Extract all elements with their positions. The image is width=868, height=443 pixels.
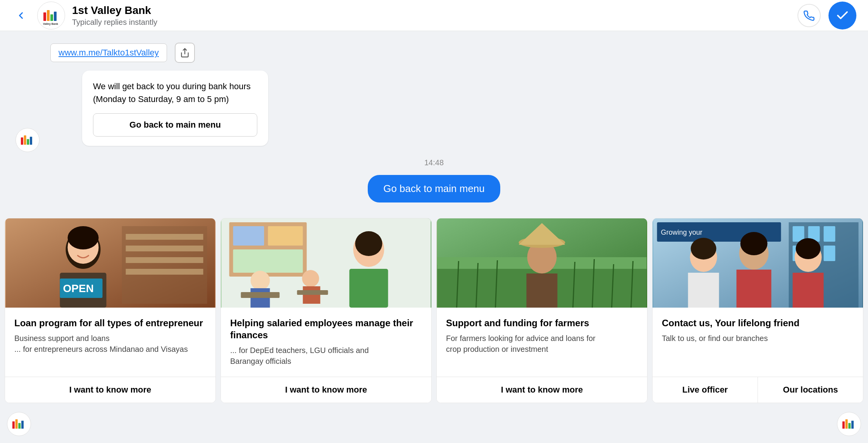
card-farmer-title: Support and funding for farmers	[446, 317, 638, 329]
svg-rect-9	[24, 135, 26, 145]
svg-rect-74	[16, 419, 18, 429]
phone-button[interactable]	[797, 4, 821, 27]
bot-message-bubble: We will get back to you during bank hour…	[82, 71, 268, 146]
card-salaried-actions: I want to know more	[221, 377, 431, 403]
options-button[interactable]	[828, 2, 856, 29]
svg-rect-71	[793, 273, 824, 308]
card-salaried-desc: ... for DepEd teachers, LGU officials an…	[230, 345, 422, 367]
svg-rect-80	[848, 423, 851, 429]
svg-text:Valley Bank: Valley Bank	[43, 22, 58, 26]
card-contact-actions: Live officer Our locations	[653, 377, 863, 403]
card-contact-image: Growing your	[653, 218, 863, 308]
svg-rect-2	[47, 10, 50, 21]
svg-rect-29	[233, 249, 303, 273]
card-contact-desc: Talk to us, or find our branches	[662, 333, 854, 344]
svg-rect-81	[851, 421, 854, 429]
svg-rect-68	[737, 270, 772, 308]
bottom-avatar-right	[837, 412, 861, 436]
card-farmer-image	[437, 218, 647, 308]
card-salaried-title: Helping salaried employees manage their …	[230, 317, 422, 341]
bot-message-text: We will get back to you during bank hour…	[93, 81, 251, 104]
card-entrepreneur-image: OPEN	[5, 218, 215, 308]
live-officer-button[interactable]: Live officer	[653, 377, 758, 403]
svg-rect-32	[350, 269, 388, 308]
svg-rect-38	[297, 290, 328, 295]
svg-rect-4	[54, 12, 57, 21]
bank-name: 1st Valley Bank	[72, 4, 797, 17]
svg-rect-16	[126, 257, 203, 263]
svg-rect-78	[842, 421, 845, 429]
svg-rect-8	[21, 137, 23, 145]
svg-rect-65	[688, 273, 719, 308]
svg-rect-35	[241, 292, 280, 298]
back-button[interactable]	[12, 6, 30, 25]
svg-rect-10	[27, 139, 29, 145]
svg-rect-73	[12, 421, 15, 429]
svg-rect-75	[18, 423, 21, 429]
svg-rect-11	[30, 137, 32, 145]
card-farmer: Support and funding for farmers For farm…	[436, 218, 648, 403]
user-message-bubble: Go back to main menu	[368, 175, 500, 202]
url-bar-row: www.m.me/Talkto1stValley	[50, 43, 195, 63]
messenger-link[interactable]: www.m.me/Talkto1stValley	[50, 43, 167, 62]
svg-point-36	[302, 270, 319, 287]
header-info: 1st Valley Bank Typically replies instan…	[72, 4, 797, 27]
user-message-row: Go back to main menu	[16, 175, 852, 202]
bot-message-row: We will get back to you during bank hour…	[16, 71, 852, 152]
svg-point-64	[691, 238, 716, 260]
know-more-entrepreneur-button[interactable]: I want to know more	[5, 377, 215, 403]
card-salaried-body: Helping salaried employees manage their …	[221, 308, 431, 370]
svg-rect-3	[50, 14, 53, 21]
svg-rect-37	[303, 286, 320, 304]
svg-rect-1	[43, 12, 46, 21]
svg-rect-52	[527, 273, 558, 308]
reply-status: Typically replies instantly	[72, 18, 797, 27]
share-button[interactable]	[175, 43, 195, 63]
chat-area: www.m.me/Talkto1stValley	[0, 31, 868, 443]
bank-logo: Valley Bank	[37, 2, 65, 29]
message-timestamp: 14:48	[16, 158, 852, 167]
card-farmer-actions: I want to know more	[437, 377, 647, 403]
svg-text:Growing your: Growing your	[661, 228, 703, 236]
svg-point-31	[355, 231, 382, 256]
svg-rect-76	[21, 421, 24, 429]
svg-point-20	[68, 226, 99, 249]
our-locations-button[interactable]: Our locations	[758, 377, 863, 403]
svg-point-33	[251, 271, 270, 290]
bottom-avatar-left	[7, 412, 31, 436]
card-entrepreneur-actions: I want to know more	[5, 377, 215, 403]
card-entrepreneur-desc: Business support and loans ... for entre…	[14, 333, 206, 355]
card-farmer-desc: For farmers looking for advice and loans…	[446, 333, 638, 355]
header-actions	[797, 2, 856, 29]
know-more-farmer-button[interactable]: I want to know more	[437, 377, 647, 403]
card-salaried: Helping salaried employees manage their …	[220, 218, 432, 403]
svg-rect-60	[824, 246, 835, 261]
chat-header: Valley Bank 1st Valley Bank Typically re…	[0, 0, 868, 31]
card-entrepreneur-title: Loan program for all types of entreprene…	[14, 317, 206, 329]
card-entrepreneur-body: Loan program for all types of entreprene…	[5, 308, 215, 370]
card-contact: Growing your	[652, 218, 863, 403]
card-contact-title: Contact us, Your lifelong friend	[662, 317, 854, 329]
go-back-button-1[interactable]: Go back to main menu	[93, 113, 257, 137]
svg-text:OPEN: OPEN	[63, 282, 94, 294]
svg-rect-28	[268, 226, 303, 246]
card-farmer-body: Support and funding for farmers For farm…	[437, 308, 647, 370]
svg-rect-79	[846, 419, 848, 429]
svg-rect-57	[824, 226, 835, 242]
svg-point-70	[796, 238, 821, 259]
svg-rect-15	[126, 246, 203, 251]
svg-rect-17	[126, 269, 203, 275]
card-entrepreneur: OPEN Loan program for all types of entre…	[5, 218, 216, 403]
svg-rect-27	[233, 226, 264, 246]
cards-container: OPEN Loan program for all types of entre…	[2, 218, 866, 403]
know-more-salaried-button[interactable]: I want to know more	[221, 377, 431, 403]
svg-rect-14	[126, 234, 203, 240]
bot-avatar	[16, 128, 40, 152]
cards-section: OPEN Loan program for all types of entre…	[0, 218, 868, 443]
card-contact-body: Contact us, Your lifelong friend Talk to…	[653, 308, 863, 370]
svg-point-67	[741, 232, 768, 255]
card-salaried-image	[221, 218, 431, 308]
